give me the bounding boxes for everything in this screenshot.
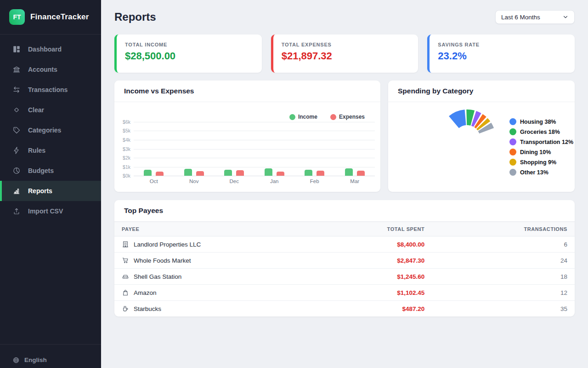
payee-cell: Whole Foods Market xyxy=(122,257,333,264)
legend-dot xyxy=(509,149,516,155)
sidebar-item-label: Import CSV xyxy=(28,207,63,215)
x-axis-label: Dec xyxy=(214,178,254,184)
pie-legend-item-other: Other 13% xyxy=(509,169,573,176)
total-spent-value: $8,400.00 xyxy=(340,236,432,253)
transactions-count: 35 xyxy=(432,301,575,317)
legend-dot xyxy=(289,114,295,120)
legend-dot xyxy=(509,169,516,176)
cart-icon xyxy=(122,257,129,264)
top-payees-title: Top Payees xyxy=(114,200,575,222)
legend-label: Shopping 9% xyxy=(520,159,556,166)
payee-cell-wrap: Starbucks xyxy=(114,301,340,317)
payee-cell-wrap: Shell Gas Station xyxy=(114,269,340,285)
language-label: English xyxy=(24,356,47,363)
sidebar-item-label: Categories xyxy=(28,126,61,134)
sidebar-item-reports[interactable]: Reports xyxy=(0,181,101,201)
column-header-total-spent: TOTAL SPENT xyxy=(340,222,432,236)
main-content: Reports Last 6 Months TOTAL INCOME$28,50… xyxy=(101,0,588,368)
x-axis-label: Feb xyxy=(294,178,335,184)
stat-label: TOTAL EXPENSES xyxy=(282,42,410,47)
bar-group-dec xyxy=(214,122,254,176)
bar-expenses-nov xyxy=(196,171,204,176)
y-axis-tick: $3k xyxy=(123,146,130,152)
sidebar-item-label: Dashboard xyxy=(28,46,62,53)
bar-group-feb xyxy=(294,122,335,176)
table-row: Landlord Properties LLC$8,400.006 xyxy=(114,236,575,253)
income-expenses-title: Income vs Expenses xyxy=(114,80,380,102)
bag-icon xyxy=(122,289,129,296)
total-spent-value: $1,102.45 xyxy=(340,285,432,301)
x-axis-label: Nov xyxy=(174,178,215,184)
legend-dot xyxy=(509,118,516,125)
bar-expenses-jan xyxy=(277,172,284,176)
pie-legend-item-housing: Housing 38% xyxy=(509,118,573,125)
sidebar-item-rules[interactable]: Rules xyxy=(0,140,101,161)
total-spent-value: $487.20 xyxy=(340,301,432,317)
brand: FT FinanceTracker xyxy=(0,0,101,34)
bar-expenses-mar xyxy=(357,171,365,176)
legend-label: Housing 38% xyxy=(520,119,556,125)
bar-chart-legend: IncomeExpenses xyxy=(114,114,365,120)
sidebar-item-categories[interactable]: Categories xyxy=(0,120,101,140)
transfer-icon xyxy=(12,86,21,94)
bar-group-oct xyxy=(134,122,174,176)
column-header-payee: PAYEE xyxy=(114,222,340,236)
column-header-transactions: TRANSACTIONS xyxy=(432,222,575,236)
pie-icon xyxy=(12,167,21,175)
legend-label: Other 13% xyxy=(520,169,548,176)
sidebar-item-label: Budgets xyxy=(28,167,54,174)
sidebar-item-import-csv[interactable]: Import CSV xyxy=(0,201,101,221)
bar-income-dec xyxy=(224,170,232,176)
sidebar-item-label: Transactions xyxy=(28,86,68,93)
income-expenses-card: Income vs Expenses IncomeExpenses $6k$5k… xyxy=(114,80,380,192)
pie-legend-item-groceries: Groceries 18% xyxy=(509,128,573,135)
payee-name: Landlord Properties LLC xyxy=(134,241,201,248)
y-axis-tick: $2k xyxy=(123,155,130,161)
x-axis-label: Mar xyxy=(335,178,375,184)
payee-cell: Shell Gas Station xyxy=(122,273,333,280)
bar-expenses-feb xyxy=(317,171,324,176)
stat-card-savings-rate: SAVINGS RATE23.2% xyxy=(427,34,575,73)
sidebar-item-accounts[interactable]: Accounts xyxy=(0,59,101,80)
legend-dot xyxy=(509,138,516,145)
pie-legend-item-shopping: Shopping 9% xyxy=(509,159,573,166)
top-payees-card: Top Payees PAYEETOTAL SPENTTRANSACTIONS … xyxy=(114,200,575,316)
tag-icon xyxy=(12,126,21,134)
spending-by-category-title: Spending by Category xyxy=(388,80,575,102)
legend-label: Transportation 12% xyxy=(520,139,573,145)
y-axis-tick: $5k xyxy=(123,128,130,133)
sidebar-item-dashboard[interactable]: Dashboard xyxy=(0,39,101,59)
table-row: Shell Gas Station$1,245.6018 xyxy=(114,269,575,285)
pie-slice-housing xyxy=(449,109,466,128)
gridline: $0k xyxy=(134,176,375,176)
sidebar: FT FinanceTracker DashboardAccountsTrans… xyxy=(0,0,101,368)
stat-card-total-expenses: TOTAL EXPENSES$21,897.32 xyxy=(271,34,418,73)
language-switcher[interactable]: English xyxy=(0,344,101,368)
pie-chart-legend: Housing 38%Groceries 18%Transportation 1… xyxy=(509,118,573,176)
stat-card-total-income: TOTAL INCOME$28,500.00 xyxy=(114,34,262,73)
brand-name: FinanceTracker xyxy=(30,12,89,22)
page-title: Reports xyxy=(114,11,156,23)
sidebar-item-budgets[interactable]: Budgets xyxy=(0,161,101,181)
sidebar-item-transactions[interactable]: Transactions xyxy=(0,80,101,100)
eraser-icon xyxy=(12,106,21,114)
category-pie-chart xyxy=(388,102,507,192)
sidebar-item-label: Clear xyxy=(28,106,44,114)
bank-icon xyxy=(12,65,21,74)
sidebar-item-label: Reports xyxy=(28,187,52,195)
legend-dot xyxy=(509,128,516,135)
date-range-dropdown[interactable]: Last 6 Months xyxy=(495,10,575,24)
payee-name: Amazon xyxy=(134,289,157,296)
legend-label: Dining 10% xyxy=(520,149,551,155)
payee-name: Starbucks xyxy=(134,305,161,312)
stat-label: TOTAL INCOME xyxy=(125,42,254,47)
top-payees-table: PAYEETOTAL SPENTTRANSACTIONS Landlord Pr… xyxy=(114,222,575,316)
stat-value: $28,500.00 xyxy=(125,50,254,62)
legend-label: Expenses xyxy=(339,114,365,120)
sidebar-item-label: Rules xyxy=(28,147,45,154)
x-axis-label: Oct xyxy=(134,178,174,184)
payee-cell-wrap: Landlord Properties LLC xyxy=(114,236,340,253)
sidebar-item-clear[interactable]: Clear xyxy=(0,100,101,120)
payee-cell: Starbucks xyxy=(122,305,333,312)
stat-value: 23.2% xyxy=(438,50,566,62)
